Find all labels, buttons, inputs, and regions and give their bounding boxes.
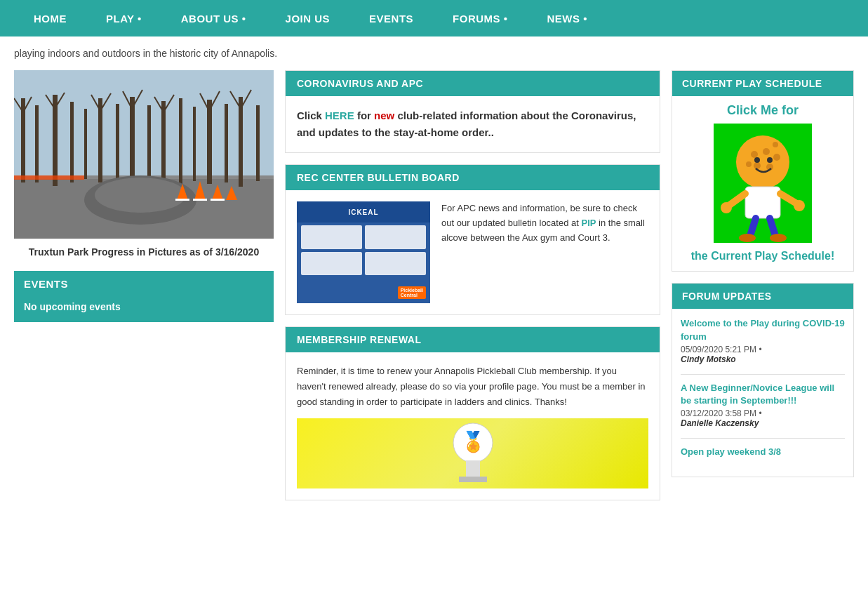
covid-for: for — [354, 109, 374, 121]
svg-point-52 — [754, 162, 761, 169]
covid-section: CORONAVIRUS AND APC Click HERE for new c… — [285, 70, 660, 153]
page-wrapper: playing indoors and outdoors in the hist… — [0, 36, 868, 519]
park-image-caption: Truxtun Park Progress in Pictures as of … — [14, 246, 274, 260]
right-column: CURRENT PLAY SCHEDULE Click Me for — [672, 70, 854, 512]
svg-rect-45 — [466, 460, 480, 478]
forum-content: Welcome to the Play during COVID-19 foru… — [672, 309, 853, 477]
svg-point-55 — [773, 142, 778, 147]
svg-rect-15 — [207, 100, 212, 184]
nav-news[interactable]: NEWS • — [528, 13, 607, 25]
events-box: EVENTS No upcoming events — [14, 271, 274, 322]
paper-2 — [365, 225, 426, 249]
svg-rect-6 — [70, 102, 74, 182]
svg-point-56 — [754, 157, 760, 163]
svg-rect-58 — [745, 187, 780, 218]
svg-point-57 — [767, 157, 773, 163]
forum-title-3[interactable]: Open play weekend 3/8 — [681, 446, 845, 458]
svg-rect-18 — [256, 105, 260, 181]
covid-new: new — [374, 109, 394, 121]
svg-rect-11 — [147, 105, 151, 181]
svg-rect-16 — [225, 104, 228, 182]
membership-section: MEMBERSHIP RENEWAL Reminder, it is time … — [285, 326, 660, 500]
svg-rect-7 — [84, 109, 87, 179]
bulletin-image: ICKEAL PickleballCentral — [297, 201, 430, 303]
forum-meta-2: 03/12/2020 3:58 PM • Danielle Kaczensky — [681, 408, 845, 428]
bulletin-text: For APC news and information, be sure to… — [441, 201, 648, 245]
forum-item-3: Open play weekend 3/8 — [681, 446, 845, 458]
forum-updates-header: FORUM UPDATES — [672, 284, 853, 309]
membership-header: MEMBERSHIP RENEWAL — [286, 327, 660, 352]
svg-point-48 — [736, 135, 789, 189]
svg-point-49 — [751, 151, 758, 158]
svg-rect-36 — [175, 199, 189, 201]
main-grid: Truxtun Park Progress in Pictures as of … — [14, 70, 854, 512]
membership-image: 🏅 — [297, 418, 648, 488]
svg-rect-12 — [161, 101, 166, 184]
svg-rect-9 — [116, 104, 119, 182]
left-column: Truxtun Park Progress in Pictures as of … — [14, 70, 274, 512]
park-image-inner — [14, 70, 274, 239]
svg-rect-14 — [193, 107, 196, 181]
click-me-text: Click Me for — [679, 103, 846, 118]
forum-author-1: Cindy Motsko — [681, 354, 736, 364]
forum-date-2: 03/12/2020 3:58 PM • — [681, 408, 762, 418]
svg-point-62 — [794, 200, 805, 211]
svg-rect-40 — [211, 199, 225, 201]
svg-point-50 — [763, 148, 770, 155]
membership-content: Reminder, it is time to renew your Annap… — [286, 352, 660, 500]
middle-column: CORONAVIRUS AND APC Click HERE for new c… — [285, 70, 660, 512]
main-nav: HOME PLAY • ABOUT US • JOIN US EVENTS FO… — [0, 0, 868, 36]
forum-title-1[interactable]: Welcome to the Play during COVID-19 foru… — [681, 317, 845, 343]
svg-rect-13 — [179, 98, 182, 184]
forum-divider-1 — [681, 374, 845, 375]
membership-img-inner: 🏅 — [297, 418, 648, 488]
bulletin-pip-link[interactable]: PIP — [581, 218, 596, 228]
forum-divider-2 — [681, 438, 845, 439]
nav-forums[interactable]: FORUMS • — [433, 13, 527, 25]
intro-text: playing indoors and outdoors in the hist… — [14, 44, 854, 70]
park-image — [14, 70, 274, 239]
svg-point-61 — [721, 202, 732, 213]
svg-rect-4 — [35, 105, 39, 182]
events-body: No upcoming events — [14, 297, 274, 322]
forum-title-2[interactable]: A New Beginner/Novice League will be sta… — [681, 382, 845, 407]
bulletin-section: REC CENTER BULLETIN BOARD ICKEAL — [285, 164, 660, 315]
forum-author-2: Danielle Kaczensky — [681, 418, 759, 428]
paper-1 — [301, 225, 362, 249]
pickleball-character[interactable] — [714, 124, 812, 243]
bulletin-header-bar: ICKEAL — [297, 201, 430, 222]
play-schedule-box: CURRENT PLAY SCHEDULE Click Me for — [672, 70, 854, 272]
events-header: EVENTS — [14, 271, 274, 297]
forum-meta-1: 05/09/2020 5:21 PM • Cindy Motsko — [681, 345, 845, 364]
play-schedule-header: CURRENT PLAY SCHEDULE — [672, 71, 853, 96]
forum-item-1: Welcome to the Play during COVID-19 foru… — [681, 317, 845, 364]
bulletin-papers — [301, 225, 426, 275]
nav-about[interactable]: ABOUT US • — [161, 13, 266, 25]
nav-play[interactable]: PLAY • — [86, 13, 161, 25]
play-schedule-content: Click Me for — [672, 96, 853, 271]
bulletin-header: REC CENTER BULLETIN BOARD — [286, 165, 660, 190]
covid-text: Click HERE for new club-related informat… — [297, 107, 648, 141]
paper-3 — [301, 252, 362, 276]
membership-text: Reminder, it is time to renew your Annap… — [297, 364, 648, 410]
svg-point-65 — [739, 234, 756, 242]
forum-date-1: 05/09/2020 5:21 PM • — [681, 345, 762, 354]
svg-rect-46 — [459, 477, 487, 482]
svg-text:🏅: 🏅 — [460, 430, 485, 453]
forum-updates-box: FORUM UPDATES Welcome to the Play during… — [672, 283, 854, 477]
nav-join[interactable]: JOIN US — [266, 13, 350, 25]
svg-point-66 — [770, 234, 787, 242]
svg-rect-17 — [239, 97, 243, 187]
covid-header: CORONAVIRUS AND APC — [286, 71, 660, 96]
current-play-text: the Current Play Schedule! — [679, 248, 846, 264]
svg-rect-38 — [193, 199, 207, 201]
nav-events[interactable]: EVENTS — [349, 13, 433, 25]
svg-point-34 — [95, 178, 186, 213]
nav-home[interactable]: HOME — [14, 13, 86, 25]
covid-here-link[interactable]: HERE — [325, 109, 354, 121]
forum-item-2: A New Beginner/Novice League will be sta… — [681, 382, 845, 428]
svg-point-51 — [773, 154, 780, 161]
bulletin-content: ICKEAL PickleballCentral For APC news an… — [286, 190, 660, 314]
covid-content: Click HERE for new club-related informat… — [286, 96, 660, 152]
paper-4 — [365, 252, 426, 276]
